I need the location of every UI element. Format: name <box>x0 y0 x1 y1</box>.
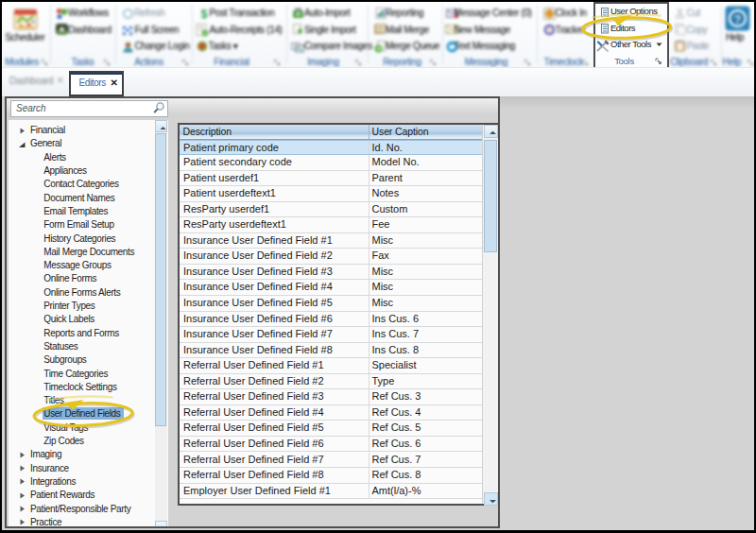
svg-text:?: ? <box>733 13 741 26</box>
svg-text:$: $ <box>200 8 208 20</box>
